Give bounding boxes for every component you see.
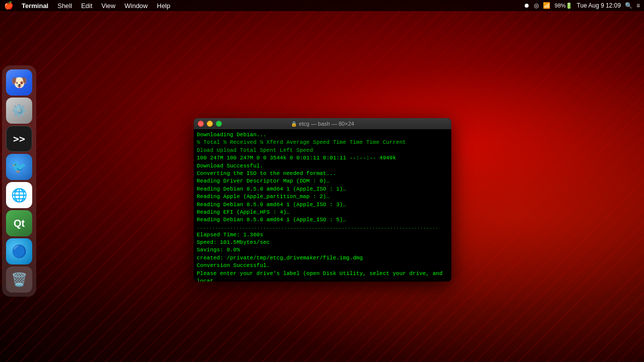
menubar-items: Terminal Shell Edit View Window Help — [18, 0, 524, 11]
terminal-line-8: Reading Driver Descriptor Map (DDM : 0)… — [197, 177, 448, 185]
terminal-line-4: 100 247M 100 247M 0 0 3544k 0 0:01:11 0:… — [197, 154, 448, 162]
terminal-line-13: Reading Debian 8.5.0 amd64 1 (Apple_ISO … — [197, 216, 448, 224]
terminal-body[interactable]: Downloading Debian... % Total % Received… — [194, 129, 451, 282]
terminal-line-15: Elapsed Time: 1.360s — [197, 231, 448, 239]
terminal-title: 🔒 etcg — bash — 80×24 — [291, 121, 354, 127]
terminal-line-18: created: /private/tmp/etcg_drivemaker/fi… — [197, 254, 448, 262]
menubar-window[interactable]: Window — [121, 0, 152, 11]
terminal-line-14: ........................................… — [197, 224, 448, 231]
dock-item-chrome[interactable]: 🌐 — [6, 182, 32, 208]
terminal-line-19: Conversion Successful. — [197, 262, 448, 269]
battery-indicator[interactable]: 98% 🔋 — [554, 3, 573, 9]
menubar-app-name[interactable]: Terminal — [18, 0, 52, 11]
menubar-help[interactable]: Help — [153, 0, 175, 11]
terminal-line-5: Download Successful. — [197, 162, 448, 170]
battery-pct: 98% — [554, 3, 566, 9]
terminal-line-7: Converting the ISO to the needed format.… — [197, 170, 448, 177]
dock-item-finder[interactable] — [6, 69, 32, 96]
minimize-button[interactable] — [207, 121, 213, 127]
terminal-line-21: Please enter your drive's label (open Di… — [197, 270, 448, 282]
terminal-line-2: % Total % Received % Xferd Average Speed… — [197, 139, 448, 146]
traffic-lights — [198, 121, 222, 127]
terminal-line-10: Reading Apple (Apple_partition_map : 2)… — [197, 193, 448, 201]
menubar-right: ⏺ ◎ 📶 98% 🔋 Tue Aug 9 12:09 🔍 ≡ — [524, 2, 640, 9]
terminal-line-1: Downloading Debian... — [197, 131, 448, 139]
terminal-window: 🔒 etcg — bash — 80×24 Downloading Debian… — [194, 118, 451, 282]
dock-item-thunderbird[interactable]: 🐦 — [6, 154, 32, 180]
menubar: 🍎 Terminal Shell Edit View Window Help ⏺… — [0, 0, 644, 11]
menubar-shell[interactable]: Shell — [53, 0, 76, 11]
terminal-titlebar: 🔒 etcg — bash — 80×24 — [194, 118, 451, 129]
terminal-line-16: Speed: 101.5Mbytes/sec — [197, 239, 448, 246]
close-button[interactable] — [198, 121, 204, 127]
dock-item-sysprefs[interactable]: ⚙️ — [6, 98, 32, 124]
maximize-button[interactable] — [216, 121, 222, 127]
menubar-edit[interactable]: Edit — [77, 0, 96, 11]
spotlight-icon[interactable]: 🔍 — [625, 2, 632, 9]
terminal-line-17: Savings: 0.0% — [197, 246, 448, 254]
terminal-line-12: Reading EFI (Apple_HFS : 4)… — [197, 209, 448, 216]
terminal-line-9: Reading Debian 8.5.0 amd64 1 (Apple_ISO … — [197, 186, 448, 193]
dock-item-trash[interactable]: 🗑️ — [6, 266, 32, 293]
menubar-view[interactable]: View — [98, 0, 120, 11]
lock-icon: 🔒 — [291, 121, 297, 127]
accessibility-icon[interactable]: ◎ — [534, 2, 539, 9]
clock[interactable]: Tue Aug 9 12:09 — [577, 2, 621, 9]
dock-item-quicklook[interactable]: 🔵 — [6, 238, 32, 264]
terminal-title-text: etcg — bash — 80×24 — [299, 121, 354, 127]
apple-menu-icon[interactable]: 🍎 — [4, 1, 14, 10]
terminal-line-3: Dload Upload Total Spent Left Speed — [197, 147, 448, 154]
dock: ⚙️ >> 🐦 🌐 Qt 🔵 🗑️ — [2, 65, 36, 297]
dock-item-terminal[interactable]: >> — [6, 126, 32, 152]
wifi-icon[interactable]: 📶 — [543, 2, 550, 9]
dock-item-qt[interactable]: Qt — [6, 210, 32, 236]
record-icon[interactable]: ⏺ — [524, 2, 530, 9]
terminal-line-11: Reading Debian 8.5.0 amd64 1 (Apple_ISO … — [197, 201, 448, 209]
notification-center-icon[interactable]: ≡ — [636, 2, 640, 9]
